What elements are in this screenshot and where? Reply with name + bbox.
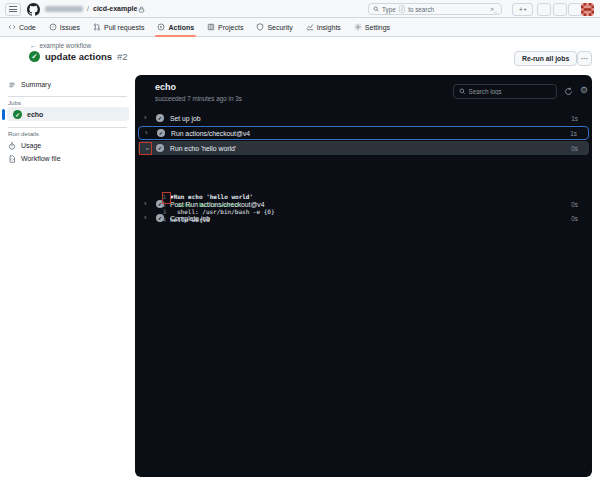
tab-label: Code bbox=[19, 24, 36, 31]
gear-icon bbox=[354, 23, 362, 31]
issues-icon-button[interactable] bbox=[537, 3, 551, 16]
graph-icon bbox=[306, 23, 314, 31]
repo-name-link[interactable]: cicd-example bbox=[93, 5, 137, 12]
tab-label: Projects bbox=[218, 24, 243, 31]
panel-job-name: echo bbox=[155, 82, 176, 92]
log-search-box bbox=[453, 84, 557, 99]
tab-label: Pull requests bbox=[104, 24, 144, 31]
step-success-check-icon: ✓ bbox=[156, 114, 164, 122]
inbox-icon-button[interactable] bbox=[568, 3, 582, 16]
sidebar-item-label: Summary bbox=[21, 81, 51, 88]
step-label: Run actions/checkout@v4 bbox=[171, 130, 250, 137]
global-header: / cicd-example Type / to search >_ +▾ bbox=[0, 0, 600, 18]
step-row-checkout[interactable]: › ✓ Run actions/checkout@v4 1s bbox=[138, 126, 589, 140]
sidebar-item-label: Workflow file bbox=[21, 155, 61, 162]
shield-icon bbox=[256, 23, 264, 31]
sidebar-item-summary[interactable]: Summary bbox=[8, 78, 51, 91]
annotation-box-log-arrow bbox=[162, 192, 171, 204]
job-success-check-icon: ✓ bbox=[13, 110, 22, 119]
step-label: Complete job bbox=[170, 215, 210, 222]
annotation-box-step-chevron bbox=[139, 142, 152, 155]
step-label: Post Run actions/checkout@v4 bbox=[170, 201, 265, 208]
refresh-logs-button[interactable] bbox=[564, 87, 573, 96]
tab-code[interactable]: Code bbox=[8, 18, 36, 37]
search-placeholder-suffix: to search bbox=[408, 6, 434, 13]
sidebar-divider bbox=[8, 96, 127, 97]
repo-nav: Code Issues Pull requests Actions Projec… bbox=[0, 18, 600, 37]
step-duration: 0s bbox=[571, 201, 578, 208]
pull-request-icon bbox=[93, 23, 101, 31]
repo-breadcrumb-separator: / bbox=[87, 5, 89, 12]
tab-projects[interactable]: Projects bbox=[207, 18, 243, 37]
code-icon bbox=[8, 23, 16, 31]
step-success-check-icon: ✓ bbox=[157, 129, 165, 137]
tab-label: Settings bbox=[365, 24, 390, 31]
breadcrumb-back-link[interactable]: ← example workflow bbox=[30, 42, 91, 49]
tab-issues[interactable]: Issues bbox=[49, 18, 80, 37]
back-arrow-icon: ← bbox=[30, 42, 37, 49]
step-success-check-icon: ✓ bbox=[156, 214, 164, 222]
search-icon bbox=[373, 6, 379, 12]
hamburger-menu-button[interactable] bbox=[5, 3, 21, 16]
chevron-right-icon[interactable]: › bbox=[144, 114, 154, 122]
file-code-icon bbox=[8, 155, 16, 163]
plus-icon: + bbox=[519, 6, 523, 13]
github-logo-icon[interactable] bbox=[27, 3, 40, 16]
step-row-post-checkout[interactable]: › ✓ Post Run actions/checkout@v4 0s bbox=[138, 197, 589, 211]
step-row-set-up-job[interactable]: › ✓ Set up job 1s bbox=[138, 111, 589, 125]
log-settings-gear-button[interactable]: ⚙ bbox=[580, 85, 588, 95]
chevron-right-icon[interactable]: › bbox=[145, 129, 155, 137]
lock-icon bbox=[138, 6, 145, 13]
run-number: #2 bbox=[117, 51, 128, 62]
step-label: Set up job bbox=[170, 115, 201, 122]
rerun-all-jobs-button[interactable]: Re-run all jobs bbox=[514, 51, 577, 66]
chevron-right-icon[interactable]: › bbox=[144, 200, 154, 208]
tab-label: Security bbox=[267, 24, 292, 31]
run-title-row: ✓ update actions #2 bbox=[29, 51, 128, 62]
create-new-button[interactable]: +▾ bbox=[512, 3, 533, 16]
run-options-kebab-button[interactable]: ··· bbox=[577, 51, 592, 66]
step-duration: 0s bbox=[571, 145, 578, 152]
tab-settings[interactable]: Settings bbox=[354, 18, 390, 37]
user-avatar[interactable] bbox=[581, 3, 594, 16]
search-placeholder-prefix: Type bbox=[382, 6, 396, 13]
chevron-right-icon[interactable]: › bbox=[144, 214, 154, 222]
issue-icon bbox=[49, 23, 57, 31]
panel-status-line: succeeded 7 minutes ago in 3s bbox=[155, 95, 242, 102]
tab-insights[interactable]: Insights bbox=[306, 18, 341, 37]
command-palette-icon: >_ bbox=[490, 6, 497, 12]
stopwatch-icon bbox=[8, 142, 16, 150]
search-icon bbox=[459, 88, 466, 95]
global-search-box[interactable]: Type / to search >_ bbox=[368, 3, 502, 15]
job-name-label: echo bbox=[27, 111, 43, 118]
step-row-complete-job[interactable]: › ✓ Complete job 0s bbox=[138, 211, 589, 225]
jobs-section-label: Jobs bbox=[8, 99, 21, 106]
run-details-section-label: Run details bbox=[8, 130, 39, 137]
tab-actions[interactable]: Actions bbox=[157, 18, 194, 37]
sidebar-item-workflow-file[interactable]: Workflow file bbox=[8, 152, 61, 165]
job-log-panel: echo succeeded 7 minutes ago in 3s ⚙ › ✓… bbox=[135, 75, 592, 477]
tab-security[interactable]: Security bbox=[256, 18, 292, 37]
summary-list-icon bbox=[8, 81, 16, 89]
play-circle-icon bbox=[157, 23, 165, 31]
step-duration: 1s bbox=[571, 115, 578, 122]
tab-pull-requests[interactable]: Pull requests bbox=[93, 18, 144, 37]
step-duration: 1s bbox=[570, 130, 577, 137]
breadcrumb-label: example workflow bbox=[40, 42, 92, 49]
pull-requests-icon-button[interactable] bbox=[553, 3, 567, 16]
run-success-check-icon: ✓ bbox=[29, 51, 40, 62]
run-sidebar: Summary Jobs ✓ echo Run details Usage Wo… bbox=[0, 74, 135, 481]
tab-label: Issues bbox=[60, 24, 80, 31]
tab-label: Insights bbox=[317, 24, 341, 31]
selected-indicator-bar bbox=[2, 109, 5, 120]
tab-label: Actions bbox=[168, 24, 194, 31]
repo-owner-redacted[interactable] bbox=[45, 6, 83, 12]
slash-key-hint: / bbox=[399, 5, 405, 14]
sidebar-item-usage[interactable]: Usage bbox=[8, 139, 41, 152]
step-duration: 0s bbox=[571, 215, 578, 222]
sidebar-item-label: Usage bbox=[21, 142, 41, 149]
sidebar-job-echo-content[interactable]: ✓ echo bbox=[13, 107, 43, 121]
step-row-run-echo[interactable]: ⌄ ✓ Run echo 'hello world' 0s bbox=[138, 141, 589, 155]
step-success-check-icon: ✓ bbox=[156, 144, 164, 152]
log-search-input[interactable] bbox=[469, 88, 552, 95]
